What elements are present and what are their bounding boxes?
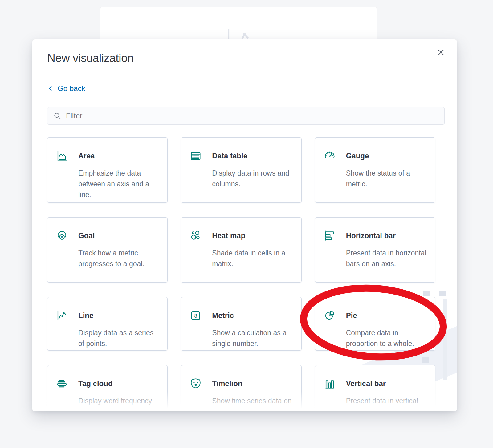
- tag-cloud-icon: [56, 378, 68, 389]
- card-title: Goal: [78, 231, 95, 240]
- heat-map-icon: [190, 230, 202, 242]
- card-title: Pie: [346, 311, 357, 320]
- card-description: Display data as a series of points.: [78, 328, 159, 349]
- area-chart-icon: [56, 150, 68, 162]
- visualization-card-gauge[interactable]: GaugeShow the status of a metric.: [315, 137, 435, 203]
- visualization-type-grid: AreaEmphasize the data between an axis a…: [47, 137, 435, 411]
- vertical-bar-icon: [324, 378, 336, 389]
- background-watermark-block: [443, 299, 447, 380]
- go-back-link[interactable]: Go back: [47, 84, 85, 93]
- card-title: Gauge: [346, 152, 369, 160]
- visualization-card-data-table[interactable]: Data tableDisplay data in rows and colum…: [181, 137, 301, 203]
- card-description: Track how a metric progresses to a goal.: [78, 248, 159, 269]
- close-icon[interactable]: [435, 47, 446, 58]
- filter-search-box: [47, 107, 445, 125]
- card-title: Area: [78, 152, 95, 160]
- data-table-icon: [190, 150, 202, 162]
- visualization-card-goal[interactable]: 8GoalTrack how a metric progresses to a …: [47, 217, 168, 283]
- card-title: Vertical bar: [346, 379, 386, 388]
- card-title: Line: [78, 311, 93, 320]
- card-title: Metric: [212, 311, 234, 320]
- new-visualization-modal: New visualization Go back AreaEmphasize …: [32, 39, 457, 411]
- card-description: Compare data in proportion to a whole.: [346, 328, 427, 349]
- visualization-card-horizontal-bar[interactable]: Horizontal barPresent data in horizontal…: [315, 217, 435, 283]
- card-description: Display data in rows and columns.: [212, 168, 293, 189]
- background-watermark-block: [439, 291, 446, 296]
- filter-input[interactable]: [66, 112, 439, 120]
- page-title: New visualization: [47, 52, 134, 65]
- timelion-icon: [190, 378, 202, 389]
- card-title: Horizontal bar: [346, 231, 396, 240]
- background-watermark-block: [439, 327, 443, 332]
- card-description: Show a calculation as a single number.: [212, 328, 293, 349]
- metric-icon: 8: [190, 310, 202, 321]
- card-description: Emphasize the data between an axis and a…: [78, 168, 159, 200]
- chevron-left-icon: [47, 85, 54, 92]
- visualization-card-area[interactable]: AreaEmphasize the data between an axis a…: [47, 137, 168, 203]
- card-description: Present data in horizontal bars on an ax…: [346, 248, 427, 269]
- svg-text:8: 8: [194, 313, 197, 319]
- goal-icon: 8: [56, 230, 68, 242]
- visualization-card-line[interactable]: LineDisplay data as a series of points.: [47, 297, 168, 351]
- card-description: Show the status of a metric.: [346, 168, 427, 189]
- card-description: Shade data in cells in a matrix.: [212, 248, 293, 269]
- modal-bottom-fade: [32, 392, 457, 411]
- go-back-label: Go back: [58, 84, 85, 93]
- card-title: Data table: [212, 152, 247, 160]
- search-icon: [53, 112, 62, 120]
- pie-chart-icon: [324, 310, 336, 321]
- card-title: Heat map: [212, 231, 245, 240]
- visualization-card-pie[interactable]: PieCompare data in proportion to a whole…: [315, 297, 435, 351]
- horizontal-bar-icon: [324, 230, 336, 242]
- line-chart-icon: [56, 310, 68, 321]
- card-title: Timelion: [212, 379, 242, 388]
- card-title: Tag cloud: [78, 379, 113, 388]
- gauge-icon: [324, 150, 336, 162]
- svg-text:8: 8: [61, 235, 63, 239]
- visualization-card-heat-map[interactable]: Heat mapShade data in cells in a matrix.: [181, 217, 301, 283]
- visualization-card-metric[interactable]: 8MetricShow a calculation as a single nu…: [181, 297, 301, 351]
